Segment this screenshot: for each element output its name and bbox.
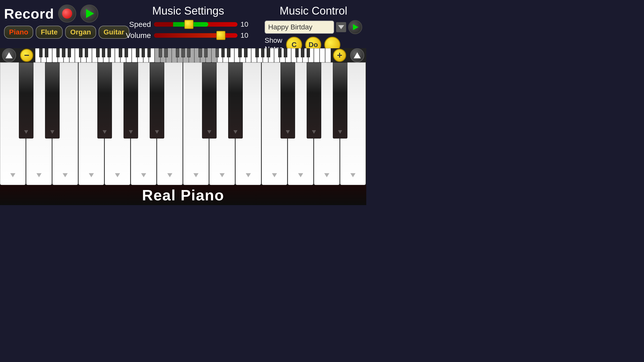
main-keyboard [0,62,366,185]
note-c-label: C [292,41,297,49]
black-key-10[interactable] [280,62,295,139]
speed-value: 10 [240,20,256,28]
white-key-marker-3 [89,173,94,177]
note-do-label: Do [308,41,318,49]
up-arrow-right-icon [354,52,361,58]
black-key-4[interactable] [124,62,138,139]
octave-left-button[interactable] [2,48,16,62]
piano-button[interactable]: Piano [4,26,33,39]
mini-keys-container [35,48,331,62]
black-key-11[interactable] [307,62,321,139]
song-play-icon [353,24,358,30]
white-key-marker-5 [141,173,146,177]
top-bar: Record Piano Flute Organ Guitar Music Se… [0,0,366,48]
volume-value: 10 [240,31,256,39]
white-key-marker-11 [298,173,303,177]
black-key-8[interactable] [228,62,243,139]
black-key-12[interactable] [333,62,347,139]
music-settings-title: Music Settings [152,5,224,17]
chevron-down-icon [338,25,344,29]
play-triangle-icon [86,9,94,18]
octave-right-button[interactable] [350,48,364,62]
speed-row: Speed 10 [121,20,256,29]
white-key-marker-4 [115,173,120,177]
song-display[interactable]: Happy Birtday [265,21,334,34]
minus-button[interactable]: − [20,49,33,62]
organ-button[interactable]: Organ [65,26,96,39]
speed-label: Speed [121,20,151,29]
volume-label: Volume [121,31,151,40]
black-key-3[interactable] [97,62,112,139]
app-title: Real Piano [142,187,224,204]
black-key-7[interactable] [202,62,216,139]
bottom-bar: Real Piano [0,185,366,205]
song-play-button[interactable] [348,20,362,34]
white-key-marker-7 [193,173,198,177]
record-button[interactable] [58,5,76,23]
white-key-marker-8 [220,173,225,177]
speed-slider[interactable] [154,22,237,27]
black-key-1[interactable] [45,62,59,139]
mini-keyboard-strip: − + [0,48,366,62]
record-dot-icon [62,9,72,19]
volume-slider[interactable] [154,33,237,38]
white-key-marker-0 [10,173,15,177]
white-key-marker-2 [63,173,68,177]
black-key-5[interactable] [150,62,164,139]
play-button[interactable] [80,5,98,23]
white-key-marker-12 [324,173,329,177]
volume-row: Volume 10 [121,31,256,40]
music-control-section: Music Control Happy Birtday ShowNotes C … [261,2,366,56]
left-section: Record Piano Flute Organ Guitar [0,2,116,41]
record-label: Record [4,6,54,22]
volume-thumb[interactable] [216,31,225,40]
record-row: Record [4,5,98,23]
flute-button[interactable]: Flute [36,26,63,39]
black-key-0[interactable] [19,62,33,139]
white-key-marker-9 [246,173,251,177]
white-key-marker-10 [272,173,277,177]
song-selector-row: Happy Birtday [265,20,362,34]
white-key-marker-13 [350,173,355,177]
main-content [0,62,366,185]
volume-fill [154,33,222,38]
music-settings-section: Music Settings Speed 10 Volume 10 [116,2,261,45]
speed-fill [154,22,208,27]
music-control-title: Music Control [265,5,362,17]
white-key-marker-6 [167,173,172,177]
up-arrow-icon [6,52,13,58]
speed-thumb[interactable] [184,20,193,29]
white-key-marker-1 [36,173,42,177]
plus-button[interactable]: + [333,49,346,62]
instrument-row: Piano Flute Organ Guitar [4,25,129,39]
dropdown-arrow-button[interactable] [336,22,346,32]
